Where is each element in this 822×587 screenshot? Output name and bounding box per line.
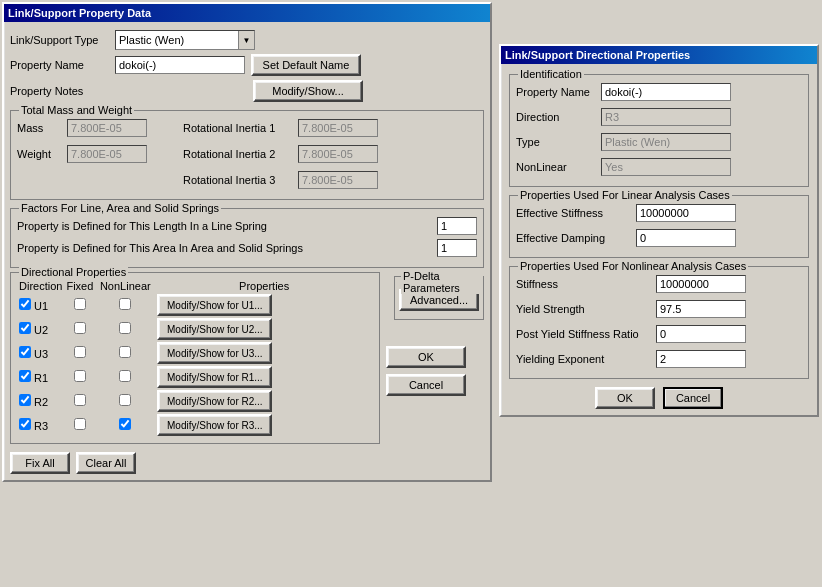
total-mass-weight-group: Total Mass and Weight Mass Weight Rotati… — [10, 110, 484, 200]
direction-checkbox-r1[interactable] — [19, 370, 31, 382]
nonlinear-checkbox-r1[interactable] — [119, 370, 131, 382]
nonlinear-checkbox-r2[interactable] — [119, 394, 131, 406]
w2-cancel-button[interactable]: Cancel — [663, 387, 723, 409]
nonlinear-checkbox-u1[interactable] — [119, 298, 131, 310]
property-name-input[interactable] — [115, 56, 245, 74]
col-direction: Direction — [17, 279, 64, 293]
directional-props-label: Directional Properties — [19, 266, 128, 278]
weight-label: Weight — [17, 148, 67, 160]
direction-label-u1: U1 — [31, 300, 48, 312]
window1-title: Link/Support Property Data — [8, 7, 151, 19]
linear-analysis-group: Properties Used For Linear Analysis Case… — [509, 195, 809, 258]
directional-props-group: Directional Properties Direction Fixed N… — [10, 272, 380, 444]
w2-nonlinear-input — [601, 158, 731, 176]
pdelta-group: P-Delta Parameters Advanced... — [394, 276, 484, 320]
w2-direction-input — [601, 108, 731, 126]
factor1-input[interactable] — [437, 217, 477, 235]
set-default-name-button[interactable]: Set Default Name — [251, 54, 361, 76]
table-row: R1Modify/Show for R1... — [17, 365, 373, 389]
direction-checkbox-u1[interactable] — [19, 298, 31, 310]
linear-analysis-label: Properties Used For Linear Analysis Case… — [518, 189, 732, 201]
window1-titlebar: Link/Support Property Data — [4, 4, 490, 22]
window2-title: Link/Support Directional Properties — [505, 49, 690, 61]
w2-type-label: Type — [516, 136, 601, 148]
pdelta-label: P-Delta Parameters — [401, 270, 483, 294]
modify-show-u2-button[interactable]: Modify/Show for U2... — [157, 318, 272, 340]
directional-table: Direction Fixed NonLinear Properties U1M… — [17, 279, 373, 437]
dropdown-arrow-icon[interactable]: ▼ — [238, 31, 254, 49]
rot-inertia3-input — [298, 171, 378, 189]
rot-inertia2-input — [298, 145, 378, 163]
fixed-checkbox-r1[interactable] — [74, 370, 86, 382]
direction-label-r2: R2 — [31, 396, 48, 408]
yield-exp-input[interactable] — [656, 350, 746, 368]
direction-label-r3: R3 — [31, 420, 48, 432]
fixed-checkbox-u1[interactable] — [74, 298, 86, 310]
clear-all-button[interactable]: Clear All — [76, 452, 136, 474]
w2-nonlinear-label: NonLinear — [516, 161, 601, 173]
link-type-dropdown[interactable]: Plastic (Wen) ▼ — [115, 30, 255, 50]
table-row: U1Modify/Show for U1... — [17, 293, 373, 317]
fixed-checkbox-r3[interactable] — [74, 418, 86, 430]
direction-label-r1: R1 — [31, 372, 48, 384]
stiffness-input[interactable] — [656, 275, 746, 293]
direction-label-u3: U3 — [31, 348, 48, 360]
table-row: R3Modify/Show for R3... — [17, 413, 373, 437]
nonlinear-checkbox-r3[interactable] — [119, 418, 131, 430]
factor2-label: Property is Defined for This Area In Are… — [17, 242, 433, 254]
modify-show-u1-button[interactable]: Modify/Show for U1... — [157, 294, 272, 316]
property-notes-label: Property Notes — [10, 85, 115, 97]
post-yield-label: Post Yield Stiffness Ratio — [516, 328, 656, 340]
nonlinear-analysis-label: Properties Used For Nonlinear Analysis C… — [518, 260, 748, 272]
w2-ok-button[interactable]: OK — [595, 387, 655, 409]
w2-prop-name-input[interactable] — [601, 83, 731, 101]
direction-checkbox-u3[interactable] — [19, 346, 31, 358]
col-properties: Properties — [155, 279, 373, 293]
yield-strength-label: Yield Strength — [516, 303, 656, 315]
eff-damping-input[interactable] — [636, 229, 736, 247]
cancel-button[interactable]: Cancel — [386, 374, 466, 396]
rot-inertia3-label: Rotational Inertia 3 — [183, 174, 298, 186]
table-row: R2Modify/Show for R2... — [17, 389, 373, 413]
nonlinear-checkbox-u3[interactable] — [119, 346, 131, 358]
direction-label-u2: U2 — [31, 324, 48, 336]
col-fixed: Fixed — [64, 279, 95, 293]
total-mass-weight-label: Total Mass and Weight — [19, 104, 134, 116]
modify-show-r2-button[interactable]: Modify/Show for R2... — [157, 390, 272, 412]
fixed-checkbox-r2[interactable] — [74, 394, 86, 406]
eff-stiffness-input[interactable] — [636, 204, 736, 222]
link-support-property-data-window: Link/Support Property Data Link/Support … — [2, 2, 492, 482]
factor1-label: Property is Defined for This Length In a… — [17, 220, 433, 232]
direction-checkbox-r3[interactable] — [19, 418, 31, 430]
factor2-input[interactable] — [437, 239, 477, 257]
w2-type-input — [601, 133, 731, 151]
eff-stiffness-label: Effective Stiffness — [516, 207, 636, 219]
fixed-checkbox-u3[interactable] — [74, 346, 86, 358]
modify-show-r1-button[interactable]: Modify/Show for R1... — [157, 366, 272, 388]
nonlinear-analysis-group: Properties Used For Nonlinear Analysis C… — [509, 266, 809, 379]
mass-input — [67, 119, 147, 137]
mass-label: Mass — [17, 122, 67, 134]
rot-inertia1-input — [298, 119, 378, 137]
yield-strength-input[interactable] — [656, 300, 746, 318]
property-name-label: Property Name — [10, 59, 115, 71]
modify-show-u3-button[interactable]: Modify/Show for U3... — [157, 342, 272, 364]
identification-label: Identification — [518, 68, 584, 80]
rot-inertia1-label: Rotational Inertia 1 — [183, 122, 298, 134]
identification-group: Identification Property Name Direction T… — [509, 74, 809, 187]
modify-show-r3-button[interactable]: Modify/Show for R3... — [157, 414, 272, 436]
factors-group: Factors For Line, Area and Solid Springs… — [10, 208, 484, 268]
table-row: U2Modify/Show for U2... — [17, 317, 373, 341]
nonlinear-checkbox-u2[interactable] — [119, 322, 131, 334]
link-support-directional-properties-window: Link/Support Directional Properties Iden… — [499, 44, 819, 417]
fixed-checkbox-u2[interactable] — [74, 322, 86, 334]
col-nonlinear: NonLinear — [95, 279, 155, 293]
fix-all-button[interactable]: Fix All — [10, 452, 70, 474]
w2-prop-name-label: Property Name — [516, 86, 601, 98]
ok-button[interactable]: OK — [386, 346, 466, 368]
post-yield-input[interactable] — [656, 325, 746, 343]
modify-show-button[interactable]: Modify/Show... — [253, 80, 363, 102]
rot-inertia2-label: Rotational Inertia 2 — [183, 148, 298, 160]
direction-checkbox-u2[interactable] — [19, 322, 31, 334]
direction-checkbox-r2[interactable] — [19, 394, 31, 406]
